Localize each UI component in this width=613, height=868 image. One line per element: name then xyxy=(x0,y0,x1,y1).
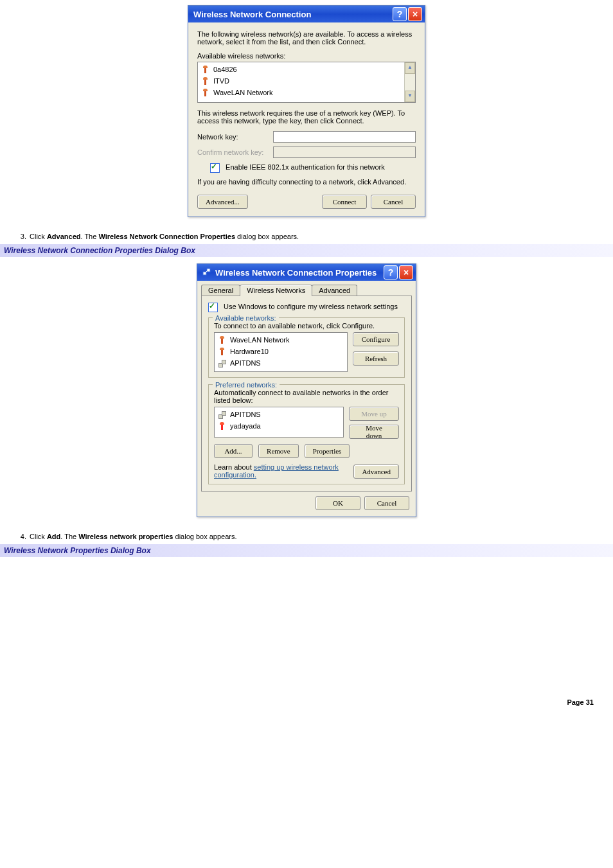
difficulty-text: If you are having difficulty connecting … xyxy=(197,178,416,186)
dialog-title: Wireless Network Connection xyxy=(193,10,391,19)
remove-button[interactable]: Remove xyxy=(258,444,299,458)
configure-button[interactable]: Configure xyxy=(353,332,399,346)
step-3: Click Advanced. The Wireless Network Con… xyxy=(28,233,613,240)
cancel-button[interactable]: Cancel xyxy=(364,496,409,510)
list-item[interactable]: WaveLAN Network xyxy=(199,87,414,98)
intro-text: The following wireless network(s) are av… xyxy=(197,30,416,46)
available-networks-list[interactable]: WaveLAN Network Hardware10 APITDNS xyxy=(214,332,348,372)
adhoc-icon xyxy=(218,411,226,418)
tab-wireless-networks[interactable]: Wireless Networks xyxy=(240,285,312,296)
wireless-properties-dialog: Wireless Network Connection Properties ?… xyxy=(197,263,416,517)
help-icon[interactable]: ? xyxy=(393,7,407,21)
ieee-checkbox[interactable] xyxy=(210,163,220,173)
scroll-down-icon[interactable]: ▼ xyxy=(405,91,415,102)
scroll-up-icon[interactable]: ▲ xyxy=(405,62,415,74)
list-item[interactable]: yadayada xyxy=(216,420,343,432)
network-name: APITDNS xyxy=(230,411,261,418)
network-key-input[interactable] xyxy=(273,131,416,143)
network-name: 0a4826 xyxy=(213,66,237,73)
confirm-key-input xyxy=(273,146,416,158)
connect-button[interactable]: Connect xyxy=(322,195,367,209)
close-icon[interactable]: × xyxy=(408,7,422,21)
dialog-title: Wireless Network Connection Properties xyxy=(215,268,382,278)
cancel-button[interactable]: Cancel xyxy=(371,195,416,209)
caption-2: Wireless Network Properties Dialog Box xyxy=(0,544,613,557)
network-name: yadayada xyxy=(230,422,261,430)
advanced-button[interactable]: Advanced... xyxy=(197,195,248,209)
wireless-connection-dialog: Wireless Network Connection ? × The foll… xyxy=(188,5,425,217)
list-item[interactable]: WaveLAN Network xyxy=(216,334,346,346)
antenna-icon xyxy=(218,348,226,355)
page-number: Page 31 xyxy=(0,698,594,706)
titlebar: Wireless Network Connection Properties ?… xyxy=(197,264,416,281)
svg-rect-1 xyxy=(207,269,210,272)
available-label: Available wireless networks: xyxy=(197,52,416,60)
available-group-text: To connect to an available network, clic… xyxy=(214,322,399,330)
tab-general[interactable]: General xyxy=(201,285,240,296)
use-windows-checkbox[interactable] xyxy=(208,303,218,312)
antenna-icon xyxy=(218,336,226,344)
adhoc-icon xyxy=(218,359,226,367)
preferred-group-title: Preferred networks: xyxy=(213,381,280,389)
antenna-icon xyxy=(202,66,209,73)
network-name: ITVD xyxy=(213,77,229,85)
list-item[interactable]: APITDNS xyxy=(216,409,343,420)
wep-text: This wireless network requires the use o… xyxy=(197,109,416,125)
antenna-icon xyxy=(218,422,226,430)
preferred-networks-list[interactable]: APITDNS yadayada xyxy=(214,407,344,438)
move-down-button[interactable]: Move down xyxy=(349,425,399,439)
network-name: Hardware10 xyxy=(230,348,269,355)
list-item[interactable]: Hardware10 xyxy=(216,346,346,357)
advanced-button[interactable]: Advanced xyxy=(353,465,399,479)
properties-button[interactable]: Properties xyxy=(305,444,350,458)
available-group-title: Available networks: xyxy=(213,314,279,322)
refresh-button[interactable]: Refresh xyxy=(353,351,399,366)
caption-1: Wireless Network Connection Properties D… xyxy=(0,244,613,257)
scrollbar[interactable]: ▲ ▼ xyxy=(404,62,415,102)
list-item[interactable]: 0a4826 xyxy=(199,64,414,75)
wireless-icon xyxy=(202,267,211,278)
list-item[interactable]: APITDNS xyxy=(216,357,346,369)
preferred-group-text: Automatically connect to available netwo… xyxy=(214,389,399,404)
network-name: APITDNS xyxy=(230,359,261,367)
help-icon[interactable]: ? xyxy=(384,265,398,279)
ok-button[interactable]: OK xyxy=(315,496,360,510)
close-icon[interactable]: × xyxy=(399,265,413,279)
network-key-label: Network key: xyxy=(197,133,273,141)
network-name: WaveLAN Network xyxy=(230,336,290,344)
antenna-icon xyxy=(202,77,209,85)
confirm-key-label: Confirm network key: xyxy=(197,148,273,156)
use-windows-label: Use Windows to configure my wireless net… xyxy=(224,303,398,310)
learn-text: Learn about setting up wireless network … xyxy=(214,463,353,479)
network-name: WaveLAN Network xyxy=(213,89,273,96)
tab-bar: General Wireless Networks Advanced xyxy=(201,285,416,296)
move-up-button: Move up xyxy=(349,407,399,421)
step-4: Click Add. The Wireless network properti… xyxy=(28,533,613,540)
tab-advanced[interactable]: Advanced xyxy=(312,285,357,296)
available-networks-list[interactable]: 0a4826 ITVD WaveLAN Network ▲ ▼ xyxy=(197,62,416,103)
list-item[interactable]: ITVD xyxy=(199,75,414,87)
ieee-checkbox-label: Enable IEEE 802.1x authentication for th… xyxy=(226,163,385,171)
add-button[interactable]: Add... xyxy=(214,444,253,458)
antenna-icon xyxy=(202,89,209,96)
titlebar: Wireless Network Connection ? × xyxy=(188,6,425,22)
